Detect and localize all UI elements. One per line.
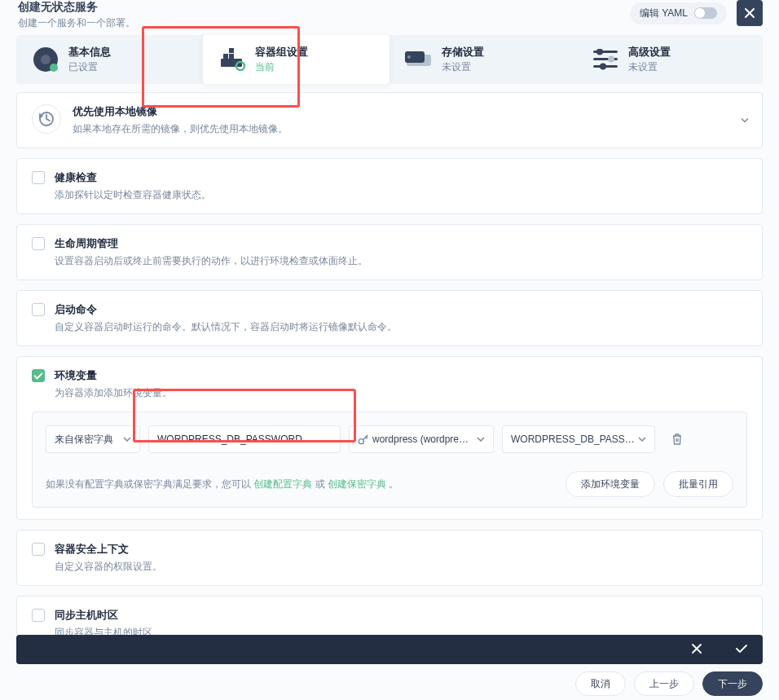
container-icon	[218, 45, 247, 74]
footer: 取消 上一步 下一步	[16, 667, 763, 700]
circle-icon	[31, 45, 60, 74]
env-secret-value: wordpress (wordpress字	[372, 433, 473, 447]
env-name-input[interactable]	[148, 425, 341, 453]
env-secret-select[interactable]: wordpress (wordpress字	[349, 425, 494, 453]
close-icon	[743, 7, 756, 20]
svg-point-12	[596, 49, 603, 55]
next-button[interactable]: 下一步	[702, 671, 763, 696]
checkbox-env[interactable]	[32, 369, 45, 382]
validation-confirm-button[interactable]	[735, 642, 748, 658]
env-content: 来自保密字典 wordpress (wordpress字 WORDPRESS_D…	[32, 412, 747, 508]
section-title: 生命周期管理	[55, 236, 747, 251]
section-lifecycle: 生命周期管理 设置容器启动后或终止前需要执行的动作，以进行环境检查或体面终止。	[16, 224, 763, 280]
tab-pod-settings[interactable]: 容器组设置 当前	[203, 35, 390, 84]
env-name-field[interactable]	[157, 434, 332, 445]
history-icon	[32, 104, 61, 134]
batch-reference-button[interactable]: 批量引用	[663, 471, 733, 497]
add-env-var-button[interactable]: 添加环境变量	[566, 471, 655, 497]
svg-rect-5	[229, 54, 234, 59]
section-desc: 添加探针以定时检查容器健康状态。	[55, 188, 747, 202]
checkbox-health[interactable]	[32, 171, 45, 184]
close-icon	[691, 643, 702, 654]
tab-status: 已设置	[68, 60, 111, 74]
svg-rect-6	[229, 48, 234, 53]
env-row: 来自保密字典 wordpress (wordpress字 WORDPRESS_D…	[46, 425, 733, 453]
step-tabs: 基本信息 已设置 容器组设置 当前 存储设置 未设置 高级设置 未设置	[16, 35, 763, 84]
section-security-context: 容器安全上下文 自定义容器的权限设置。	[16, 530, 763, 586]
hint-sep: 或	[315, 478, 328, 490]
svg-point-16	[600, 64, 606, 70]
tab-status: 未设置	[628, 60, 671, 74]
section-title: 容器安全上下文	[55, 542, 747, 557]
section-desc: 自定义容器启动时运行的命令。默认情况下，容器启动时将运行镜像默认命令。	[55, 320, 747, 334]
env-key-value: WORDPRESS_DB_PASSWO	[511, 434, 638, 445]
tab-title: 基本信息	[68, 45, 111, 59]
chevron-down-icon	[123, 435, 131, 443]
env-delete-button[interactable]	[663, 425, 691, 453]
section-desc: 自定义容器的权限设置。	[55, 560, 747, 574]
env-hint: 如果没有配置字典或保密字典满足要求，您可以 创建配置字典 或 创建保密字典 。 …	[46, 471, 733, 497]
section-health-check: 健康检查 添加探针以定时检查容器健康状态。	[16, 158, 763, 214]
check-icon	[735, 642, 748, 655]
storage-icon	[404, 45, 434, 74]
trash-icon	[671, 433, 684, 446]
svg-rect-4	[223, 54, 228, 59]
svg-point-1	[41, 55, 51, 64]
tab-storage-settings[interactable]: 存储设置 未设置	[390, 35, 576, 84]
chevron-down-icon	[638, 435, 646, 443]
section-desc: 设置容器启动后或终止前需要执行的动作，以进行环境检查或体面终止。	[55, 254, 747, 268]
chevron-down-icon	[477, 435, 485, 443]
header-left: 创建无状态服务 创建一个服务和一个部署。	[18, 0, 135, 30]
header-right: 编辑 YAML	[630, 0, 763, 26]
tab-status: 当前	[255, 60, 308, 74]
env-source-value: 来自保密字典	[55, 433, 113, 447]
checkbox-lifecycle[interactable]	[32, 237, 45, 250]
section-title: 启动命令	[55, 302, 747, 317]
page-subtitle: 创建一个服务和一个部署。	[18, 16, 135, 30]
tab-advanced-settings[interactable]: 高级设置 未设置	[576, 35, 763, 84]
env-key-select[interactable]: WORDPRESS_DB_PASSWO	[502, 425, 655, 453]
header: 创建无状态服务 创建一个服务和一个部署。 编辑 YAML	[0, 0, 779, 35]
tab-title: 高级设置	[628, 45, 671, 59]
section-env-vars: 环境变量 为容器添加添加环境变量。 来自保密字典 wordpress (word…	[16, 356, 763, 520]
svg-point-14	[608, 56, 614, 63]
tab-title: 存储设置	[442, 45, 484, 59]
env-source-select[interactable]: 来自保密字典	[46, 425, 140, 453]
sliders-icon	[591, 45, 620, 74]
section-title: 优先使用本地镜像	[73, 104, 747, 119]
svg-point-2	[50, 64, 58, 72]
link-create-configmap[interactable]: 创建配置字典	[253, 478, 312, 490]
hint-suffix: 。	[389, 478, 398, 490]
section-title: 健康检查	[55, 170, 747, 185]
page-title: 创建无状态服务	[18, 0, 135, 15]
key-icon	[358, 434, 369, 445]
chevron-down-icon	[741, 116, 749, 124]
content: 优先使用本地镜像 如果本地存在所需的镜像，则优先使用本地镜像。 健康检查 添加探…	[0, 92, 779, 700]
link-create-secret[interactable]: 创建保密字典	[328, 478, 386, 490]
section-desc: 为容器添加添加环境变量。	[55, 386, 747, 400]
section-local-image: 优先使用本地镜像 如果本地存在所需的镜像，则优先使用本地镜像。	[16, 92, 763, 148]
tab-basic-info[interactable]: 基本信息 已设置	[16, 35, 203, 84]
checkbox-startup[interactable]	[32, 303, 45, 316]
checkbox-timezone[interactable]	[32, 609, 45, 622]
toggle-icon	[694, 7, 717, 19]
validation-close-button[interactable]	[691, 643, 702, 657]
section-title: 同步主机时区	[55, 608, 747, 623]
validation-bar	[16, 635, 763, 664]
section-title: 环境变量	[55, 368, 747, 383]
cancel-button[interactable]: 取消	[575, 671, 626, 696]
tab-title: 容器组设置	[255, 45, 308, 59]
edit-yaml-label: 编辑 YAML	[640, 7, 688, 20]
section-startup-cmd: 启动命令 自定义容器启动时运行的命令。默认情况下，容器启动时将运行镜像默认命令。	[16, 290, 763, 346]
section-desc: 如果本地存在所需的镜像，则优先使用本地镜像。	[73, 122, 747, 136]
checkbox-security[interactable]	[32, 543, 45, 556]
edit-yaml-toggle[interactable]: 编辑 YAML	[630, 2, 727, 24]
svg-point-10	[407, 55, 411, 59]
close-button[interactable]	[737, 0, 763, 26]
prev-button[interactable]: 上一步	[634, 671, 694, 696]
tab-status: 未设置	[442, 60, 484, 74]
hint-prefix: 如果没有配置字典或保密字典满足要求，您可以	[46, 478, 253, 490]
expand-button[interactable]	[741, 114, 749, 126]
